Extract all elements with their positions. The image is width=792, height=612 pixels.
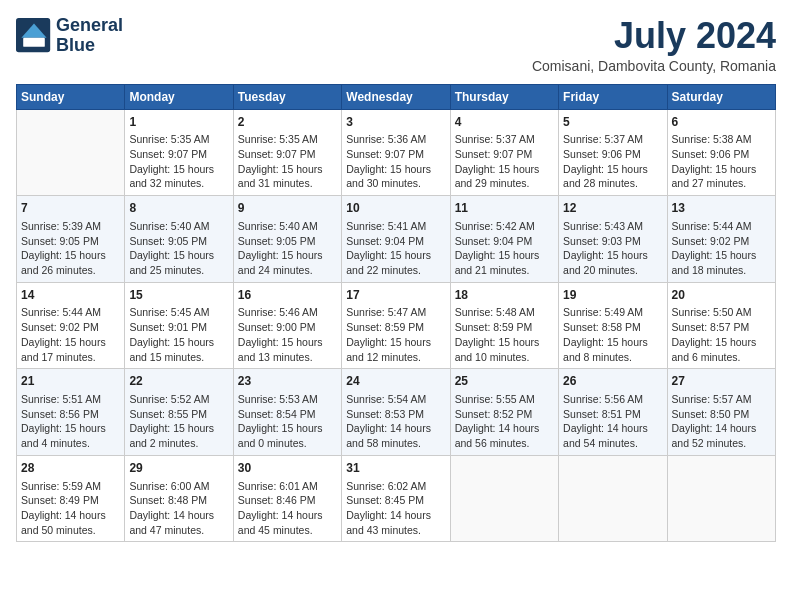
- day-number: 18: [455, 287, 554, 304]
- day-number: 21: [21, 373, 120, 390]
- weekday-header-monday: Monday: [125, 84, 233, 109]
- day-number: 27: [672, 373, 771, 390]
- calendar-cell: 20Sunrise: 5:50 AM Sunset: 8:57 PM Dayli…: [667, 282, 775, 369]
- calendar-cell: 10Sunrise: 5:41 AM Sunset: 9:04 PM Dayli…: [342, 196, 450, 283]
- calendar-cell: 27Sunrise: 5:57 AM Sunset: 8:50 PM Dayli…: [667, 369, 775, 456]
- calendar-cell: 19Sunrise: 5:49 AM Sunset: 8:58 PM Dayli…: [559, 282, 667, 369]
- day-info: Sunrise: 5:53 AM Sunset: 8:54 PM Dayligh…: [238, 392, 337, 451]
- location-subtitle: Comisani, Dambovita County, Romania: [532, 58, 776, 74]
- calendar-cell: 11Sunrise: 5:42 AM Sunset: 9:04 PM Dayli…: [450, 196, 558, 283]
- day-info: Sunrise: 5:47 AM Sunset: 8:59 PM Dayligh…: [346, 305, 445, 364]
- day-info: Sunrise: 5:49 AM Sunset: 8:58 PM Dayligh…: [563, 305, 662, 364]
- weekday-header-tuesday: Tuesday: [233, 84, 341, 109]
- weekday-header-sunday: Sunday: [17, 84, 125, 109]
- day-info: Sunrise: 5:55 AM Sunset: 8:52 PM Dayligh…: [455, 392, 554, 451]
- day-number: 16: [238, 287, 337, 304]
- day-info: Sunrise: 5:51 AM Sunset: 8:56 PM Dayligh…: [21, 392, 120, 451]
- weekday-header-thursday: Thursday: [450, 84, 558, 109]
- logo-text: General Blue: [56, 16, 123, 56]
- calendar-week-2: 7Sunrise: 5:39 AM Sunset: 9:05 PM Daylig…: [17, 196, 776, 283]
- day-info: Sunrise: 5:38 AM Sunset: 9:06 PM Dayligh…: [672, 132, 771, 191]
- day-info: Sunrise: 5:56 AM Sunset: 8:51 PM Dayligh…: [563, 392, 662, 451]
- calendar-header: SundayMondayTuesdayWednesdayThursdayFrid…: [17, 84, 776, 109]
- calendar-cell: 17Sunrise: 5:47 AM Sunset: 8:59 PM Dayli…: [342, 282, 450, 369]
- day-number: 1: [129, 114, 228, 131]
- calendar-week-1: 1Sunrise: 5:35 AM Sunset: 9:07 PM Daylig…: [17, 109, 776, 196]
- month-title: July 2024: [532, 16, 776, 56]
- calendar-cell: 8Sunrise: 5:40 AM Sunset: 9:05 PM Daylig…: [125, 196, 233, 283]
- calendar-cell: 2Sunrise: 5:35 AM Sunset: 9:07 PM Daylig…: [233, 109, 341, 196]
- calendar-cell: 28Sunrise: 5:59 AM Sunset: 8:49 PM Dayli…: [17, 455, 125, 542]
- weekday-header-friday: Friday: [559, 84, 667, 109]
- calendar-week-5: 28Sunrise: 5:59 AM Sunset: 8:49 PM Dayli…: [17, 455, 776, 542]
- day-number: 13: [672, 200, 771, 217]
- calendar-cell: 12Sunrise: 5:43 AM Sunset: 9:03 PM Dayli…: [559, 196, 667, 283]
- day-info: Sunrise: 5:42 AM Sunset: 9:04 PM Dayligh…: [455, 219, 554, 278]
- weekday-header-saturday: Saturday: [667, 84, 775, 109]
- calendar-week-4: 21Sunrise: 5:51 AM Sunset: 8:56 PM Dayli…: [17, 369, 776, 456]
- weekday-header-row: SundayMondayTuesdayWednesdayThursdayFrid…: [17, 84, 776, 109]
- calendar-cell: 25Sunrise: 5:55 AM Sunset: 8:52 PM Dayli…: [450, 369, 558, 456]
- day-info: Sunrise: 5:41 AM Sunset: 9:04 PM Dayligh…: [346, 219, 445, 278]
- day-info: Sunrise: 5:46 AM Sunset: 9:00 PM Dayligh…: [238, 305, 337, 364]
- day-info: Sunrise: 6:00 AM Sunset: 8:48 PM Dayligh…: [129, 479, 228, 538]
- day-info: Sunrise: 5:40 AM Sunset: 9:05 PM Dayligh…: [129, 219, 228, 278]
- day-info: Sunrise: 5:59 AM Sunset: 8:49 PM Dayligh…: [21, 479, 120, 538]
- day-info: Sunrise: 5:39 AM Sunset: 9:05 PM Dayligh…: [21, 219, 120, 278]
- day-info: Sunrise: 5:40 AM Sunset: 9:05 PM Dayligh…: [238, 219, 337, 278]
- day-info: Sunrise: 5:45 AM Sunset: 9:01 PM Dayligh…: [129, 305, 228, 364]
- calendar-cell: 30Sunrise: 6:01 AM Sunset: 8:46 PM Dayli…: [233, 455, 341, 542]
- day-info: Sunrise: 5:44 AM Sunset: 9:02 PM Dayligh…: [21, 305, 120, 364]
- day-number: 23: [238, 373, 337, 390]
- calendar-cell: [450, 455, 558, 542]
- day-number: 14: [21, 287, 120, 304]
- calendar-cell: 14Sunrise: 5:44 AM Sunset: 9:02 PM Dayli…: [17, 282, 125, 369]
- calendar-table: SundayMondayTuesdayWednesdayThursdayFrid…: [16, 84, 776, 543]
- day-number: 8: [129, 200, 228, 217]
- calendar-cell: 6Sunrise: 5:38 AM Sunset: 9:06 PM Daylig…: [667, 109, 775, 196]
- day-info: Sunrise: 6:02 AM Sunset: 8:45 PM Dayligh…: [346, 479, 445, 538]
- day-number: 31: [346, 460, 445, 477]
- calendar-cell: 16Sunrise: 5:46 AM Sunset: 9:00 PM Dayli…: [233, 282, 341, 369]
- day-number: 19: [563, 287, 662, 304]
- day-number: 10: [346, 200, 445, 217]
- day-info: Sunrise: 5:36 AM Sunset: 9:07 PM Dayligh…: [346, 132, 445, 191]
- day-number: 12: [563, 200, 662, 217]
- day-number: 6: [672, 114, 771, 131]
- calendar-cell: 1Sunrise: 5:35 AM Sunset: 9:07 PM Daylig…: [125, 109, 233, 196]
- calendar-cell: 5Sunrise: 5:37 AM Sunset: 9:06 PM Daylig…: [559, 109, 667, 196]
- page-header: General Blue July 2024 Comisani, Dambovi…: [16, 16, 776, 74]
- day-number: 29: [129, 460, 228, 477]
- title-block: July 2024 Comisani, Dambovita County, Ro…: [532, 16, 776, 74]
- day-info: Sunrise: 5:54 AM Sunset: 8:53 PM Dayligh…: [346, 392, 445, 451]
- day-number: 7: [21, 200, 120, 217]
- day-number: 28: [21, 460, 120, 477]
- logo: General Blue: [16, 16, 123, 56]
- calendar-cell: 29Sunrise: 6:00 AM Sunset: 8:48 PM Dayli…: [125, 455, 233, 542]
- day-info: Sunrise: 5:50 AM Sunset: 8:57 PM Dayligh…: [672, 305, 771, 364]
- calendar-cell: 23Sunrise: 5:53 AM Sunset: 8:54 PM Dayli…: [233, 369, 341, 456]
- day-info: Sunrise: 5:37 AM Sunset: 9:07 PM Dayligh…: [455, 132, 554, 191]
- calendar-cell: 3Sunrise: 5:36 AM Sunset: 9:07 PM Daylig…: [342, 109, 450, 196]
- calendar-cell: 22Sunrise: 5:52 AM Sunset: 8:55 PM Dayli…: [125, 369, 233, 456]
- calendar-cell: 18Sunrise: 5:48 AM Sunset: 8:59 PM Dayli…: [450, 282, 558, 369]
- calendar-cell: [559, 455, 667, 542]
- calendar-cell: 7Sunrise: 5:39 AM Sunset: 9:05 PM Daylig…: [17, 196, 125, 283]
- day-number: 30: [238, 460, 337, 477]
- calendar-cell: 4Sunrise: 5:37 AM Sunset: 9:07 PM Daylig…: [450, 109, 558, 196]
- calendar-cell: 15Sunrise: 5:45 AM Sunset: 9:01 PM Dayli…: [125, 282, 233, 369]
- calendar-cell: 13Sunrise: 5:44 AM Sunset: 9:02 PM Dayli…: [667, 196, 775, 283]
- calendar-cell: [17, 109, 125, 196]
- day-number: 15: [129, 287, 228, 304]
- logo-icon: [16, 18, 52, 54]
- day-number: 22: [129, 373, 228, 390]
- day-number: 26: [563, 373, 662, 390]
- day-number: 25: [455, 373, 554, 390]
- day-info: Sunrise: 5:35 AM Sunset: 9:07 PM Dayligh…: [129, 132, 228, 191]
- day-info: Sunrise: 5:48 AM Sunset: 8:59 PM Dayligh…: [455, 305, 554, 364]
- day-info: Sunrise: 5:35 AM Sunset: 9:07 PM Dayligh…: [238, 132, 337, 191]
- day-number: 9: [238, 200, 337, 217]
- day-number: 17: [346, 287, 445, 304]
- day-info: Sunrise: 6:01 AM Sunset: 8:46 PM Dayligh…: [238, 479, 337, 538]
- day-info: Sunrise: 5:37 AM Sunset: 9:06 PM Dayligh…: [563, 132, 662, 191]
